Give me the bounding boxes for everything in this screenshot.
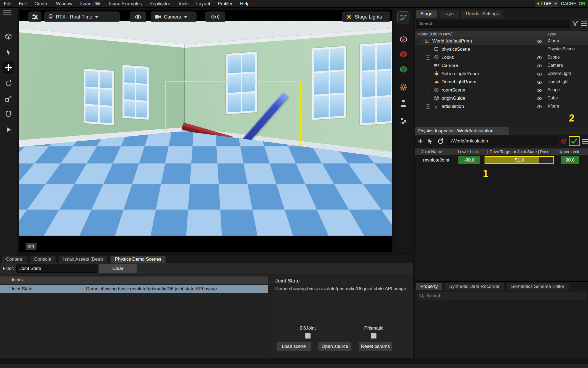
tab-semantics-schema-editor[interactable]: Semantics Schema Editor (507, 283, 569, 290)
visibility-eye-icon[interactable] (537, 105, 542, 110)
physics-cube-green-icon[interactable] (397, 63, 409, 75)
stage-options-menu-icon[interactable] (581, 22, 587, 26)
visibility-eye-icon[interactable] (537, 64, 542, 69)
visibility-eye-icon[interactable] (537, 56, 542, 61)
joint-state-row[interactable]: Joint State Demo showing basic revolute/… (0, 285, 268, 293)
tab-physics-demo-scenes[interactable]: Physics Demo Scenes (111, 256, 166, 263)
property-search-box[interactable] (417, 292, 586, 300)
assets-cubes-icon[interactable] (397, 11, 409, 23)
tab-content[interactable]: Content (2, 256, 27, 263)
upper-limit-cell[interactable]: 90.0 (561, 156, 579, 164)
tab-property[interactable]: Property (416, 283, 442, 290)
tree-row-physicsscene[interactable]: physicsScene PhysicsScene (415, 45, 588, 53)
tree-row-roomscene[interactable]: + roomScene Scope (415, 86, 588, 94)
scale-tool-icon[interactable] (2, 93, 14, 105)
prim-name[interactable]: originGuide (442, 96, 465, 101)
viewport-settings-button[interactable] (28, 11, 41, 22)
open-source-button[interactable]: Open source (318, 342, 351, 351)
tab-stage[interactable]: Stage (416, 10, 437, 18)
column-name[interactable]: Name (Old to New) (418, 32, 452, 36)
menu-isaac-utils[interactable]: Isaac Utils (80, 1, 101, 7)
chevron-down-icon[interactable] (554, 3, 557, 5)
collapse-toggle[interactable]: - (417, 39, 421, 43)
tree-row-looks[interactable]: + Looks Scope (415, 53, 588, 62)
tree-row-world[interactable]: - World (defaultPrim) Xform (415, 37, 588, 45)
menu-file[interactable]: File (4, 1, 11, 7)
load-scene-button[interactable]: Load scene (277, 342, 311, 351)
visibility-eye-icon[interactable] (537, 96, 542, 102)
filter-funnel-icon[interactable] (572, 21, 578, 27)
tab-console[interactable]: Console (30, 256, 56, 263)
menu-create[interactable]: Create (35, 1, 48, 7)
camera-menu-button[interactable]: Camera (151, 11, 197, 22)
delete-prim-icon[interactable] (397, 34, 409, 46)
stage-lights-button[interactable]: Stage Lights (342, 11, 390, 22)
menu-isaac-examples[interactable]: Isaac Examples (109, 1, 142, 7)
prim-name[interactable]: SphereLightRoom (442, 71, 479, 77)
tree-row-camera[interactable]: Camera Camera (415, 62, 588, 70)
live-sync-button[interactable]: LIVE (535, 1, 559, 7)
add-icon[interactable] (416, 137, 424, 145)
property-search-input[interactable] (424, 292, 586, 300)
menu-tools[interactable]: Tools (178, 1, 189, 7)
menu-help[interactable]: Help (240, 1, 250, 7)
move-tool-icon[interactable] (2, 62, 14, 74)
tab-synthetic-data-recorder[interactable]: Synthetic Data Recorder (445, 283, 504, 290)
stage-search-input[interactable] (416, 20, 570, 28)
joints-section-header[interactable]: - Joints (0, 276, 268, 284)
stage-search-box[interactable] (416, 20, 570, 28)
menu-replicator[interactable]: Replicator (149, 1, 170, 7)
refresh-icon[interactable] (437, 137, 444, 145)
play-button-icon[interactable] (2, 124, 14, 136)
physics-inspector-title[interactable]: Physics Inspector: /World/articulation (415, 127, 509, 135)
tab-layer[interactable]: Layer (439, 10, 459, 18)
drive-target-slider[interactable]: 51.8 (485, 156, 554, 164)
select-tool-cursor-icon[interactable] (2, 46, 14, 58)
toolbar-grip[interactable] (3, 10, 11, 15)
character-person-icon[interactable] (397, 97, 409, 109)
physics-cube-red-icon[interactable] (397, 48, 409, 60)
display-options-sliders-icon[interactable] (397, 115, 409, 127)
collapse-glyph[interactable]: - (4, 277, 5, 283)
rotate-tool-icon[interactable] (2, 77, 14, 89)
expand-toggle[interactable]: + (426, 104, 430, 109)
lower-limit-cell[interactable]: -90.0 (458, 156, 480, 164)
prim-name[interactable]: roomScene (442, 87, 465, 93)
expand-toggle[interactable]: + (426, 55, 430, 60)
visibility-eye-icon[interactable] (537, 39, 542, 45)
filter-field[interactable] (16, 264, 97, 273)
select-mode-cube-icon[interactable] (2, 31, 14, 42)
reset-params-button[interactable]: Reset params (359, 342, 392, 351)
visibility-eye-icon[interactable] (537, 88, 542, 94)
joint-name[interactable]: revoluteJoint (423, 157, 449, 163)
viewport-3d[interactable]: RTX - Real-Time Camera Stage Lights (19, 10, 392, 252)
menu-layout[interactable]: Layout (196, 1, 210, 7)
prim-name[interactable]: World (defaultPrim) (432, 38, 472, 44)
tree-row-articulation[interactable]: + articulation Xform (415, 102, 588, 111)
menu-profiler[interactable]: Profiler (218, 1, 232, 7)
visibility-menu-button[interactable] (130, 11, 146, 22)
inspector-options-menu-icon[interactable] (582, 139, 588, 144)
renderer-selector-button[interactable]: RTX - Real-Time (44, 11, 120, 22)
physics-settings-gear-icon[interactable] (397, 81, 409, 93)
tab-isaac-assets[interactable]: Isaac Assets (Beta) (59, 256, 107, 263)
clear-button[interactable]: Clear (99, 264, 137, 273)
expand-toggle[interactable]: + (426, 88, 430, 92)
articulation-path-field[interactable] (448, 137, 557, 145)
prim-name[interactable]: articulation (442, 104, 464, 109)
tree-row-originguide[interactable]: originGuide Cube (415, 94, 588, 102)
live-session-icon-button[interactable] (205, 11, 225, 22)
tab-render-settings[interactable]: Render Settings (461, 10, 503, 18)
apply-checkmark-button[interactable] (569, 136, 580, 146)
snap-tool-icon[interactable] (2, 108, 14, 120)
d6joint-checkbox[interactable] (305, 333, 311, 339)
tree-row-spherelightroom[interactable]: SphereLightRoom SphereLight (415, 70, 588, 78)
menu-window[interactable]: Window (56, 1, 72, 7)
filter-input[interactable] (17, 265, 97, 272)
prim-name[interactable]: DomeLightRoom (442, 79, 476, 85)
pick-cursor-icon[interactable] (426, 137, 434, 145)
tree-row-domelightroom[interactable]: DomeLightRoom DomeLight (415, 78, 588, 86)
stop-record-icon[interactable] (560, 137, 568, 145)
prismatic-checkbox[interactable] (371, 333, 376, 339)
prim-name[interactable]: physicsScene (442, 47, 470, 52)
